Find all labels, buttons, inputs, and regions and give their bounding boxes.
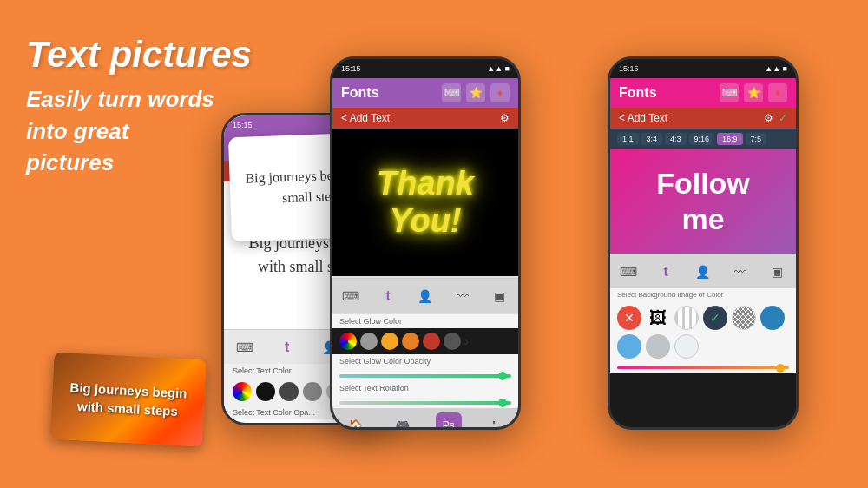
darkgray-color[interactable] [279, 382, 299, 401]
p2-rainbow[interactable] [339, 333, 357, 350]
p3-close-btn[interactable]: ✕ [617, 306, 641, 330]
phone3-star-icon[interactable]: ⭐ [744, 83, 763, 102]
p3-darkbg[interactable]: ✓ [703, 306, 727, 330]
phone2-star-icon[interactable]: ⭐ [466, 83, 485, 102]
p2-red[interactable] [423, 333, 440, 350]
p3-lightblue[interactable] [617, 334, 641, 359]
phone2-tool-row: ⌨ t 👤 〰 ▣ [332, 278, 518, 313]
phone3-header-icons: ⌨ ⭐ ♦ [720, 83, 787, 102]
phone3-bg-options: ✕ 🖼 ✓ [610, 301, 796, 363]
p3-wave-btn[interactable]: 〰 [727, 259, 753, 285]
phone2-opacity-label: Select Glow Color Opacity [332, 354, 518, 368]
phone2-opacity-slider[interactable] [332, 368, 518, 381]
p2-orange2[interactable] [402, 333, 419, 350]
opacity-track [339, 374, 511, 378]
phone2-glow-text: Thank You! [377, 165, 474, 240]
p2-more-btn[interactable]: ▣ [487, 283, 513, 309]
phone2-canvas: Thank You! [332, 129, 518, 276]
phone2-header: Fonts ⌨ ⭐ ♦ [332, 78, 518, 108]
phone2-rotation-slider[interactable] [332, 395, 518, 408]
p3-more-btn[interactable]: ▣ [765, 259, 791, 285]
phone3-status-bar: 15:15 ▲▲ ■ [610, 59, 796, 78]
p2-home-nav[interactable]: 🏠 [343, 412, 369, 430]
phone3-bottom-slider[interactable] [610, 363, 796, 373]
ratio-3-4[interactable]: 3:4 [641, 133, 663, 145]
p3-keyboard-btn[interactable]: ⌨ [615, 259, 641, 285]
chevron-right-icon: › [464, 334, 469, 348]
phone3-canvas: Follow me [610, 149, 796, 254]
phone3-gem-icon[interactable]: ♦ [768, 83, 787, 102]
phone3-header: Fonts ⌨ ⭐ ♦ [610, 78, 796, 108]
hero-title: Text pictures [26, 35, 252, 75]
phone2-keyboard-icon[interactable]: ⌨ [442, 83, 461, 102]
card-photo: Big journeys begin with small steps [50, 352, 207, 446]
phone3-tool-row: ⌨ t 👤 〰 ▣ [610, 254, 796, 288]
p2-orange[interactable] [381, 333, 398, 350]
ratio-9-16[interactable]: 9:16 [689, 133, 715, 145]
ratio-16-9[interactable]: 16:9 [717, 133, 743, 145]
p3-image-btn[interactable]: 🖼 [646, 306, 670, 330]
rainbow-color[interactable] [233, 382, 252, 401]
p3-dots[interactable] [732, 306, 756, 330]
ratio-7-5[interactable]: 7:5 [746, 133, 767, 145]
card-photo-text: Big journeys begin with small steps [50, 368, 205, 430]
p3-light[interactable] [646, 334, 670, 359]
phone2-status-bar: 15:15 ▲▲ ■ [332, 59, 518, 78]
bottom-slider-track [617, 366, 789, 369]
hero-section: Text pictures Easily turn words into gre… [26, 35, 252, 178]
rotation-thumb [498, 399, 507, 407]
phone2-glow-colors: › [332, 328, 518, 354]
phone3-bg-label: Select Background Image or Color [610, 288, 796, 301]
phone3-keyboard-icon[interactable]: ⌨ [720, 83, 739, 102]
phone2-title: Fonts [341, 85, 379, 101]
phone3-aspect-ratios: 1:1 3:4 4:3 9:16 16:9 7:5 [610, 129, 796, 149]
phone2-gem-icon[interactable]: ♦ [490, 83, 510, 102]
p3-white[interactable] [674, 334, 699, 359]
p2-keyboard-btn[interactable]: ⌨ [338, 283, 364, 309]
p2-quote-nav[interactable]: " [482, 412, 508, 430]
hero-subtitle: Easily turn words into great pictures [26, 83, 252, 178]
phone3-add-text[interactable]: < Add Text ⚙ ✓ [610, 108, 796, 129]
phone2-rotation-label: Select Text Rotation [332, 381, 518, 395]
phone2-add-text[interactable]: < Add Text ⚙ [332, 108, 518, 129]
phone3-toolbar: ⌨ t 👤 〰 ▣ [610, 254, 796, 288]
ratio-1-1[interactable]: 1:1 [617, 133, 639, 145]
bottom-slider-thumb [776, 364, 785, 373]
rotation-track [339, 401, 511, 405]
p3-face-btn[interactable]: 👤 [690, 259, 716, 285]
p2-game-nav[interactable]: 🎮 [389, 412, 415, 430]
p2-face-btn[interactable]: 👤 [412, 283, 438, 309]
p2-edit-nav[interactable]: Ps [436, 412, 462, 430]
phone2-header-icons: ⌨ ⭐ ♦ [442, 83, 510, 102]
p3-font-btn[interactable]: t [653, 259, 679, 285]
gray-color[interactable] [303, 382, 322, 401]
opacity-thumb [498, 372, 507, 380]
p3-stripes[interactable] [674, 306, 699, 330]
p2-font-btn[interactable]: t [375, 283, 401, 309]
ratio-4-3[interactable]: 4:3 [665, 133, 687, 145]
p2-wave-btn[interactable]: 〰 [450, 283, 476, 309]
phone3-follow-text: Follow me [656, 166, 750, 237]
phone1-keyboard-btn[interactable]: ⌨ [232, 334, 258, 360]
phone2-bottom-nav: 🏠 🎮 Ps " [332, 408, 518, 430]
p2-darkgray[interactable] [444, 333, 461, 350]
phone3-header-actions: ⚙ ✓ [764, 112, 787, 124]
phone2-glow-label: Select Glow Color [332, 314, 518, 328]
p3-blue[interactable] [760, 306, 785, 330]
phone-3: 15:15 ▲▲ ■ Fonts ⌨ ⭐ ♦ < Add Text ⚙ ✓ 1:… [608, 56, 799, 430]
black-color[interactable] [256, 382, 275, 401]
phone2-toolbar: ⌨ t 👤 〰 ▣ [332, 276, 518, 314]
phone-2: 15:15 ▲▲ ■ Fonts ⌨ ⭐ ♦ < Add Text ⚙ Than… [330, 56, 521, 430]
phone3-title: Fonts [619, 85, 657, 101]
phone1-font-btn[interactable]: t [274, 334, 300, 360]
p2-gray1[interactable] [360, 333, 378, 350]
